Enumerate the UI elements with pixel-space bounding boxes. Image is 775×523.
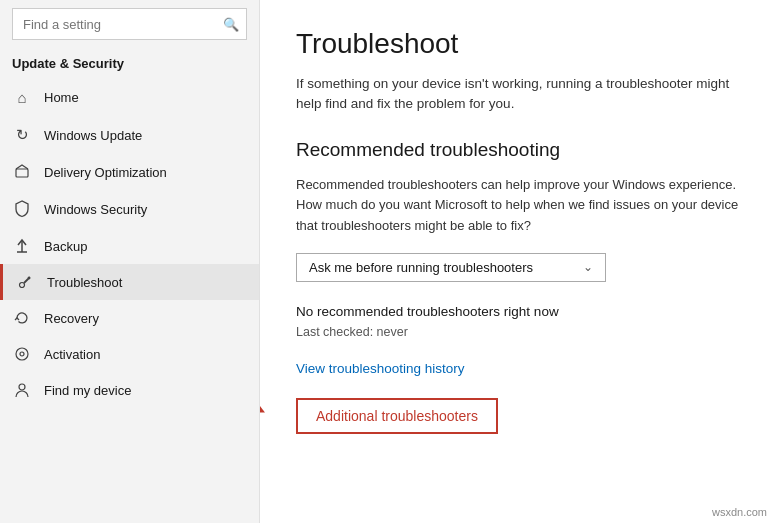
sidebar-item-recovery[interactable]: Recovery	[0, 300, 259, 336]
chevron-down-icon: ⌄	[583, 260, 593, 274]
update-icon: ↻	[12, 126, 32, 144]
search-icon: 🔍	[223, 17, 239, 32]
svg-point-8	[19, 384, 25, 390]
sidebar-item-update-label: Windows Update	[44, 128, 142, 143]
dropdown-value: Ask me before running troubleshooters	[309, 260, 533, 275]
sidebar-item-activation[interactable]: Activation	[0, 336, 259, 372]
last-checked-text: Last checked: never	[296, 325, 739, 339]
sidebar-section-label: Update & Security	[0, 50, 259, 79]
svg-point-6	[16, 348, 28, 360]
sidebar-item-activation-label: Activation	[44, 347, 100, 362]
troubleshoot-dropdown-container: Ask me before running troubleshooters ⌄	[296, 253, 739, 282]
svg-point-7	[20, 352, 24, 356]
troubleshoot-icon	[15, 274, 35, 290]
sidebar-item-delivery-optimization[interactable]: Delivery Optimization	[0, 154, 259, 190]
search-container: 🔍	[12, 8, 247, 40]
recommended-description: Recommended troubleshooters can help imp…	[296, 175, 739, 237]
search-input[interactable]	[12, 8, 247, 40]
sidebar-item-home-label: Home	[44, 90, 79, 105]
sidebar-item-troubleshoot-label: Troubleshoot	[47, 275, 122, 290]
troubleshoot-dropdown[interactable]: Ask me before running troubleshooters ⌄	[296, 253, 606, 282]
svg-rect-0	[16, 169, 28, 177]
no-troubleshooters-text: No recommended troubleshooters right now	[296, 304, 739, 319]
watermark: wsxdn.com	[708, 505, 771, 519]
view-history-link[interactable]: View troubleshooting history	[296, 361, 739, 376]
sidebar-item-recovery-label: Recovery	[44, 311, 99, 326]
sidebar-item-windows-update[interactable]: ↻ Windows Update	[0, 116, 259, 154]
sidebar-item-windows-security[interactable]: Windows Security	[0, 190, 259, 228]
find-device-icon	[12, 382, 32, 398]
additional-troubleshooters-button[interactable]: Additional troubleshooters	[296, 398, 498, 434]
activation-icon	[12, 346, 32, 362]
sidebar-item-find-my-device[interactable]: Find my device	[0, 372, 259, 408]
sidebar-item-backup[interactable]: Backup	[0, 228, 259, 264]
backup-icon	[12, 238, 32, 254]
home-icon: ⌂	[12, 89, 32, 106]
sidebar-item-find-device-label: Find my device	[44, 383, 131, 398]
content-area: Troubleshoot If something on your device…	[260, 0, 775, 523]
sidebar-item-delivery-label: Delivery Optimization	[44, 165, 167, 180]
page-title: Troubleshoot	[296, 28, 739, 60]
sidebar-item-backup-label: Backup	[44, 239, 87, 254]
recommended-heading: Recommended troubleshooting	[296, 139, 739, 161]
sidebar-item-troubleshoot[interactable]: Troubleshoot	[0, 264, 259, 300]
svg-point-3	[20, 283, 25, 288]
page-description: If something on your device isn't workin…	[296, 74, 739, 115]
recovery-icon	[12, 310, 32, 326]
sidebar-item-home[interactable]: ⌂ Home	[0, 79, 259, 116]
sidebar: 🔍 Update & Security ⌂ Home ↻ Windows Upd…	[0, 0, 260, 523]
sidebar-item-security-label: Windows Security	[44, 202, 147, 217]
delivery-icon	[12, 164, 32, 180]
shield-icon	[12, 200, 32, 218]
